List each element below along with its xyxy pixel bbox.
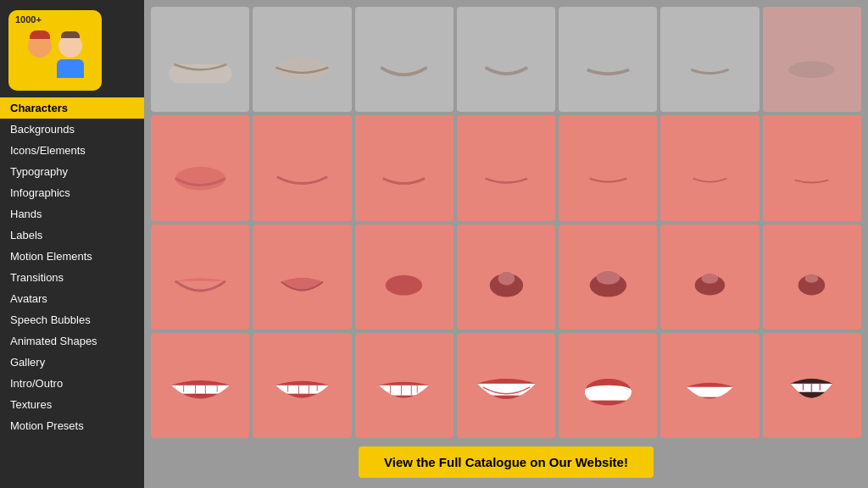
mouth-cell-r4c7[interactable]	[763, 333, 861, 438]
svg-point-8	[596, 271, 620, 285]
sidebar-item-transitions[interactable]: Transitions	[0, 267, 144, 288]
sidebar-item-motion-presets[interactable]: Motion Presets	[0, 415, 144, 436]
svg-point-12	[805, 274, 819, 283]
nav-list: Characters Backgrounds Icons/Elements Ty…	[0, 97, 144, 488]
mouth-cell-r3c2[interactable]	[253, 225, 351, 330]
mouth-cell-r1c5[interactable]	[559, 7, 657, 112]
svg-point-3	[175, 166, 225, 190]
cta-button[interactable]: View the Full Catalogue on Our Website!	[359, 446, 654, 478]
svg-rect-18	[275, 385, 329, 394]
mouth-cell-r1c4[interactable]	[457, 7, 555, 112]
sidebar-item-textures[interactable]: Textures	[0, 394, 144, 415]
mouth-cell-r3c4[interactable]	[457, 225, 555, 330]
mouth-cell-r2c3[interactable]	[355, 115, 453, 220]
logo-area: 1000+	[0, 7, 144, 97]
male-figure	[57, 34, 84, 78]
mouth-cell-r1c1[interactable]	[151, 7, 249, 112]
mouth-cell-r3c3[interactable]	[355, 225, 453, 330]
sidebar-item-labels[interactable]: Labels	[0, 225, 144, 246]
svg-rect-0	[169, 64, 231, 83]
mouth-cell-r2c7[interactable]	[763, 115, 861, 220]
svg-point-32	[585, 385, 632, 396]
mouth-cell-r3c7[interactable]	[763, 225, 861, 330]
svg-point-10	[702, 274, 719, 284]
sidebar-item-animated-shapes[interactable]: Animated Shapes	[0, 330, 144, 352]
mouth-cell-r3c1[interactable]	[151, 225, 249, 330]
male-body	[57, 59, 84, 78]
female-figure	[26, 34, 53, 78]
mouth-cell-r3c6[interactable]	[660, 225, 759, 330]
male-head	[58, 34, 82, 58]
mouth-cell-r3c5[interactable]	[559, 225, 657, 330]
sidebar-item-intro-outro[interactable]: Intro/Outro	[0, 373, 144, 394]
mouth-cell-r1c2[interactable]	[253, 7, 351, 112]
female-body	[26, 59, 53, 78]
mouth-cell-r2c4[interactable]	[457, 115, 555, 220]
sidebar-item-gallery[interactable]: Gallery	[0, 352, 144, 373]
mouth-cell-r4c6[interactable]	[660, 333, 759, 438]
sidebar: 1000+ Chara	[0, 0, 144, 488]
mouth-cell-r1c6[interactable]	[660, 7, 759, 112]
sidebar-item-typography[interactable]: Typography	[0, 161, 144, 182]
logo-figures	[26, 34, 84, 78]
main-content: View the Full Catalogue on Our Website!	[144, 0, 868, 488]
svg-point-2	[789, 62, 835, 79]
svg-rect-23	[379, 385, 429, 396]
mouth-cell-r1c3[interactable]	[355, 7, 453, 112]
svg-point-4	[386, 275, 422, 296]
logo-badge: 1000+	[8, 10, 102, 91]
svg-rect-13	[171, 385, 230, 394]
female-head	[28, 34, 52, 58]
mouth-grid	[151, 7, 861, 438]
mouth-cell-r4c2[interactable]	[253, 333, 351, 438]
sidebar-item-icons[interactable]: Icons/Elements	[0, 140, 144, 161]
badge-plus-label: 1000+	[15, 14, 42, 25]
mouth-cell-r2c1[interactable]	[151, 115, 249, 220]
mouth-cell-r2c2[interactable]	[253, 115, 351, 220]
mouth-cell-r4c4[interactable]	[457, 333, 555, 438]
sidebar-item-infographics[interactable]: Infographics	[0, 182, 144, 203]
sidebar-item-avatars[interactable]: Avatars	[0, 288, 144, 309]
sidebar-item-characters[interactable]: Characters	[0, 97, 144, 119]
mouth-cell-r4c3[interactable]	[355, 333, 453, 438]
mouth-cell-r2c5[interactable]	[559, 115, 657, 220]
mouth-cell-r1c7[interactable]	[763, 7, 861, 112]
svg-rect-33	[687, 387, 733, 397]
cta-bar: View the Full Catalogue on Our Website!	[151, 438, 861, 481]
sidebar-item-backgrounds[interactable]: Backgrounds	[0, 119, 144, 140]
mouth-cell-r2c6[interactable]	[660, 115, 759, 220]
mouth-cell-r4c5[interactable]	[559, 333, 657, 438]
sidebar-item-hands[interactable]: Hands	[0, 203, 144, 225]
mouth-cell-r4c1[interactable]	[151, 333, 249, 438]
sidebar-item-speech-bubbles[interactable]: Speech Bubbles	[0, 309, 144, 330]
svg-point-6	[498, 272, 515, 286]
sidebar-item-motion-elements[interactable]: Motion Elements	[0, 246, 144, 267]
